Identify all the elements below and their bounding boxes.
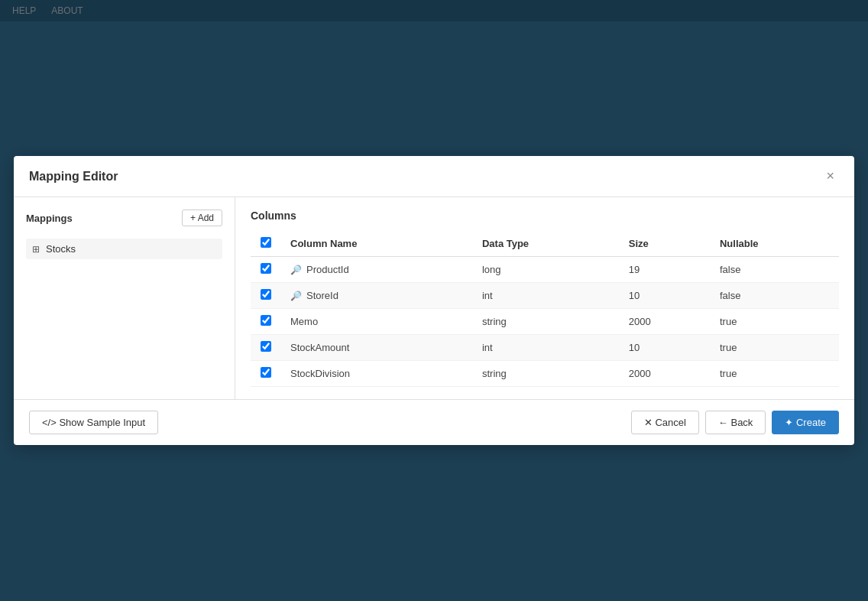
close-button[interactable]: × [821, 167, 839, 186]
header-data-type: Data Type [473, 231, 620, 257]
row-nullable: false [711, 257, 839, 283]
row-checkbox[interactable] [261, 289, 271, 300]
row-column-name: StockAmount [281, 335, 473, 361]
row-checkbox-cell [251, 335, 281, 361]
row-size: 2000 [620, 361, 711, 387]
create-button[interactable]: ✦ Create [772, 411, 839, 434]
row-checkbox-cell [251, 309, 281, 335]
sidebar-header: Mappings + Add [26, 210, 222, 226]
table-row: 🔎ProductIdlong19false [251, 257, 839, 283]
row-data-type: string [473, 361, 620, 387]
show-sample-input-button[interactable]: </> Show Sample Input [29, 411, 158, 434]
row-size: 10 [620, 283, 711, 309]
select-all-checkbox[interactable] [261, 237, 271, 248]
key-icon: 🔎 [290, 291, 302, 301]
table-icon: ⊞ [32, 244, 40, 255]
back-button[interactable]: ← Back [705, 411, 766, 434]
row-column-name: StockDivision [281, 361, 473, 387]
header-column-name: Column Name [281, 231, 473, 257]
row-data-type: int [473, 335, 620, 361]
row-nullable: false [711, 283, 839, 309]
key-icon: 🔎 [290, 265, 302, 275]
row-nullable: true [711, 309, 839, 335]
row-data-type: string [473, 309, 620, 335]
row-checkbox[interactable] [261, 315, 271, 326]
header-nullable: Nullable [711, 231, 839, 257]
row-checkbox-cell [251, 257, 281, 283]
table-row: StockDivisionstring2000true [251, 361, 839, 387]
columns-table: Column Name Data Type Size Nullable 🔎Pro… [251, 231, 839, 387]
row-checkbox-cell [251, 361, 281, 387]
mappings-sidebar: Mappings + Add ⊞ Stocks [14, 197, 235, 399]
table-header-row: Column Name Data Type Size Nullable [251, 231, 839, 257]
row-nullable: true [711, 361, 839, 387]
row-checkbox-cell [251, 283, 281, 309]
modal-body: Mappings + Add ⊞ Stocks Columns [14, 197, 854, 399]
mapping-item-label: Stocks [46, 243, 76, 255]
row-checkbox[interactable] [261, 263, 271, 274]
cancel-button[interactable]: ✕ Cancel [631, 411, 699, 434]
row-column-name: 🔎StoreId [281, 283, 473, 309]
mapping-item-stocks[interactable]: ⊞ Stocks [26, 239, 222, 259]
mappings-label: Mappings [26, 213, 73, 224]
row-data-type: int [473, 283, 620, 309]
columns-area: Columns Column Name Data Type Size Nulla… [235, 197, 854, 399]
modal-header: Mapping Editor × [14, 156, 854, 197]
row-size: 10 [620, 335, 711, 361]
row-checkbox[interactable] [261, 367, 271, 378]
mapping-editor-modal: Mapping Editor × Mappings + Add ⊞ Stocks… [14, 156, 854, 445]
modal-title: Mapping Editor [29, 170, 118, 184]
row-size: 2000 [620, 309, 711, 335]
row-checkbox[interactable] [261, 341, 271, 352]
modal-footer: </> Show Sample Input ✕ Cancel ← Back ✦ … [14, 399, 854, 445]
table-row: StockAmountint10true [251, 335, 839, 361]
header-checkbox-cell [251, 231, 281, 257]
row-column-name: Memo [281, 309, 473, 335]
footer-left: </> Show Sample Input [29, 411, 158, 434]
row-size: 19 [620, 257, 711, 283]
header-size: Size [620, 231, 711, 257]
columns-header: Columns [251, 210, 839, 222]
table-row: Memostring2000true [251, 309, 839, 335]
row-column-name: 🔎ProductId [281, 257, 473, 283]
add-mapping-button[interactable]: + Add [182, 210, 222, 226]
row-data-type: long [473, 257, 620, 283]
footer-right: ✕ Cancel ← Back ✦ Create [631, 411, 839, 434]
table-row: 🔎StoreIdint10false [251, 283, 839, 309]
row-nullable: true [711, 335, 839, 361]
